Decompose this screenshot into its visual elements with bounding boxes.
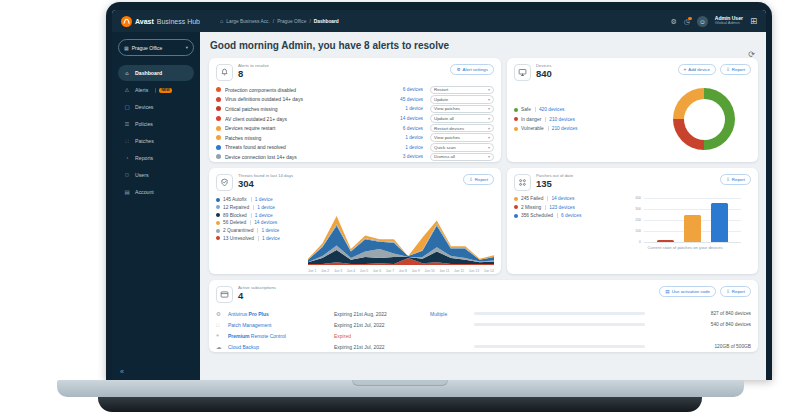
alert-devices-link[interactable]: 6 devices — [403, 87, 423, 92]
alert-action-dropdown[interactable]: Quick scan▾ — [430, 143, 494, 152]
legend-item: 89 Blocked1 device — [216, 213, 308, 218]
breadcrumb-item-account[interactable]: Large Business Acc. — [226, 19, 269, 24]
subscription-expiry: Expiring 21st Aug, 2022 — [334, 311, 430, 317]
sidebar-nav: ⌂ Dashboard ⚠ Alerts NEW ▢ Devices — [118, 65, 194, 200]
alert-row: Patches missing 1 device View patches▾ — [216, 133, 494, 143]
alert-action-dropdown[interactable]: View patches▾ — [430, 105, 494, 114]
alert-action-dropdown[interactable]: Update all▾ — [430, 114, 494, 123]
patch-icon — [514, 174, 531, 191]
alert-devices-link[interactable]: 45 devices — [400, 97, 423, 102]
legend-devices-link[interactable]: 210 devices — [548, 126, 578, 131]
legend-devices-link[interactable]: 1 device — [253, 205, 275, 210]
usage-progress-bar — [474, 312, 645, 316]
sidebar-item-alerts[interactable]: ⚠ Alerts NEW — [118, 82, 194, 98]
usage-progress-bar — [474, 345, 645, 349]
breadcrumb-item-site[interactable]: Prague Office — [277, 19, 306, 24]
sidebar-item-patches[interactable]: ∷ Patches — [118, 133, 194, 149]
legend-devices-link[interactable]: 6 devices — [557, 213, 581, 218]
subscriptions-card-header: Active subscriptions 4 ▤ Use activation … — [216, 286, 751, 303]
alert-label: Patches missing — [225, 135, 405, 141]
avast-logo[interactable]: Avast Business Hub — [121, 16, 200, 27]
subscription-row: ☁ Cloud Backup Expiring 21st Jul, 2022 1… — [216, 341, 751, 352]
download-icon: ⇩ — [726, 67, 730, 72]
subscription-row: ∷ Patch Management Expiring 21st Jul, 20… — [216, 319, 751, 330]
home-icon[interactable]: ⌂ — [220, 18, 223, 24]
alert-devices-link[interactable]: 14 devices — [400, 116, 423, 121]
sidebar-item-users[interactable]: ⚇ Users — [118, 167, 194, 183]
sidebar-item-policies[interactable]: ☰ Policies — [118, 116, 194, 132]
legend-devices-link[interactable]: 1 device — [258, 236, 280, 241]
subscriptions-card: Active subscriptions 4 ▤ Use activation … — [209, 280, 758, 352]
alert-status-icon — [216, 154, 221, 159]
breadcrumb: ⌂ Large Business Acc. / Prague Office / … — [220, 18, 339, 24]
sidebar-item-dashboard[interactable]: ⌂ Dashboard — [118, 65, 194, 81]
alert-label: AV client outdated 21+ days — [225, 116, 400, 122]
legend-item: 145 Autofix1 device — [216, 197, 308, 202]
notifications-icon[interactable]: ◷ — [684, 18, 690, 25]
alert-action-dropdown[interactable]: Restart▾ — [430, 86, 494, 95]
legend-item: In danger210 devices — [514, 117, 577, 122]
subscription-expiry: Expiring 21st Jul, 2022 — [334, 344, 430, 350]
subscription-name[interactable]: Patch Management — [228, 322, 334, 328]
user-info[interactable]: Admin User Global Admin — [715, 16, 743, 27]
alert-devices-link[interactable]: 1 device — [405, 145, 423, 150]
legend-devices-link[interactable]: 123 devices — [545, 205, 575, 210]
legend-devices-link[interactable]: 420 devices — [535, 107, 565, 112]
sidebar-item-devices[interactable]: ▢ Devices — [118, 99, 194, 115]
settings-gear-icon[interactable]: ⚙ — [670, 18, 676, 25]
devices-card-header: Devices 840 + Add device — [514, 64, 751, 81]
app-switcher-icon[interactable]: ⊞ — [750, 17, 757, 26]
alert-action-dropdown[interactable]: Update▾ — [430, 95, 494, 104]
devices-icon: ▢ — [124, 104, 130, 110]
devices-count: 840 — [536, 69, 552, 79]
legend-item: 356 Scheduled6 devices — [514, 213, 581, 218]
alert-devices-link[interactable]: 6 devices — [403, 126, 423, 131]
legend-devices-link[interactable]: 1 device — [257, 228, 279, 233]
subscription-name[interactable]: Premium Remote Control — [228, 333, 334, 339]
subscription-name[interactable]: Cloud Backup — [228, 344, 334, 350]
antivirus-icon: ⚙ — [216, 311, 228, 317]
alert-settings-button[interactable]: ⚙ Alert settings — [450, 64, 494, 75]
alert-label: Threats found and resolved — [225, 144, 405, 150]
subscription-row: ⌖ Premium Remote Control Expired — [216, 330, 751, 341]
report-button[interactable]: ⇩ Report — [720, 174, 751, 185]
legend-devices-link[interactable]: 210 devices — [545, 117, 575, 122]
breadcrumb-item-current: Dashboard — [314, 19, 339, 24]
alert-status-icon — [216, 145, 221, 150]
alert-devices-link[interactable]: 3 devices — [403, 154, 423, 159]
alert-devices-link[interactable]: 1 device — [405, 106, 423, 111]
avatar[interactable]: ☺ — [697, 16, 708, 27]
sidebar-item-account[interactable]: ▤ Account — [118, 184, 194, 200]
sidebar-collapse-icon[interactable]: « — [120, 368, 124, 375]
top-navbar: Avast Business Hub ⌂ Large Business Acc.… — [112, 10, 766, 32]
add-device-button[interactable]: + Add device — [678, 64, 716, 75]
report-button[interactable]: ⇩ Report — [463, 174, 494, 185]
patch-icon: ∷ — [216, 322, 228, 328]
chevron-down-icon: ▾ — [488, 126, 490, 131]
alert-devices-link[interactable]: 1 device — [405, 135, 423, 140]
sidebar-item-reports[interactable]: ◔ Reports — [118, 150, 194, 166]
alert-status-icon — [216, 87, 221, 92]
devices-legend: Safe420 devices In danger210 devices Vul… — [514, 107, 577, 131]
legend-devices-link[interactable]: 1 device — [251, 213, 273, 218]
subscription-multiple-link[interactable]: Multiple — [430, 311, 474, 317]
site-selector[interactable]: ▦ Prague Office ▾ — [118, 39, 194, 56]
alert-action-dropdown[interactable]: Restart devices▾ — [430, 124, 494, 133]
legend-devices-link[interactable]: 14 devices — [250, 220, 277, 225]
subscription-name[interactable]: Antivirus Pro Plus — [228, 311, 334, 317]
users-icon: ⚇ — [124, 172, 130, 178]
report-button[interactable]: ⇩ Report — [720, 64, 751, 75]
legend-item: 12 Repaired1 device — [216, 205, 308, 210]
alert-action-dropdown[interactable]: View patches▾ — [430, 133, 494, 142]
legend-devices-link[interactable]: 1 device — [251, 197, 273, 202]
threats-card: Threats found in last 14 days 304 ⇩ Repo… — [209, 168, 501, 274]
alert-row: Devices require restart 6 devices Restar… — [216, 123, 494, 133]
alert-action-dropdown[interactable]: Dismiss all▾ — [430, 153, 494, 162]
alerts-list: Protection components disabled 6 devices… — [216, 85, 494, 162]
card-icon: ▤ — [665, 289, 669, 294]
report-button[interactable]: ⇩ Report — [720, 286, 751, 297]
legend-devices-link[interactable]: 14 devices — [547, 196, 574, 201]
use-activation-code-button[interactable]: ▤ Use activation code — [659, 286, 716, 297]
chevron-down-icon: ▾ — [488, 135, 490, 140]
account-icon: ▤ — [124, 189, 130, 195]
